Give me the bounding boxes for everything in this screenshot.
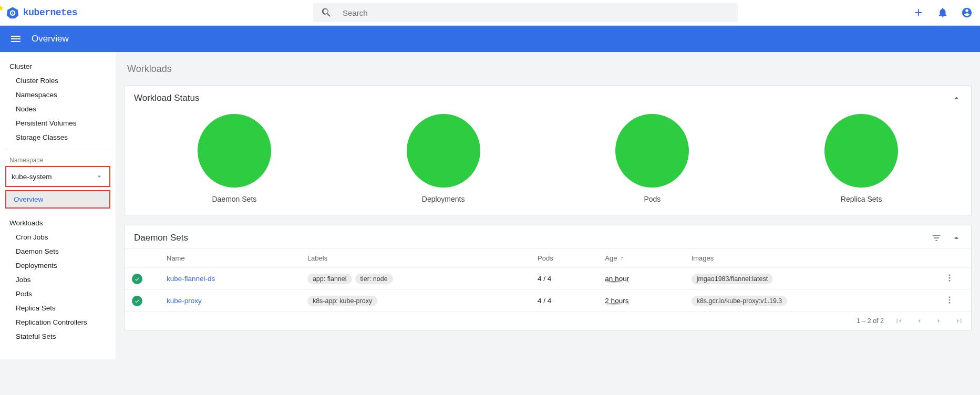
sidebar-item[interactable]: Cluster Roles bbox=[0, 74, 116, 88]
svg-point-7 bbox=[949, 296, 951, 298]
filter-icon[interactable] bbox=[931, 233, 942, 243]
search-icon bbox=[321, 7, 332, 18]
page-header: Overview bbox=[0, 26, 980, 52]
create-icon[interactable] bbox=[913, 7, 924, 18]
age-value: an hour bbox=[605, 275, 629, 283]
sidebar-section-workloads[interactable]: Workloads bbox=[0, 216, 116, 230]
sidebar-item[interactable]: Deployments bbox=[0, 258, 116, 273]
daemon-sets-title: Daemon Sets bbox=[134, 233, 188, 243]
bell-icon[interactable] bbox=[937, 7, 948, 18]
sidebar-item[interactable]: Cron Jobs bbox=[0, 230, 116, 244]
namespace-label: Namespace bbox=[0, 155, 116, 166]
daemon-sets-table: Name Labels Pods Age↑ Images kube-flanne… bbox=[125, 248, 971, 311]
sidebar-item[interactable]: Stateful Sets bbox=[0, 329, 116, 344]
namespace-select[interactable]: kube-system bbox=[5, 166, 110, 187]
star-icon: ★ bbox=[0, 3, 4, 13]
status-chart: Replica Sets bbox=[757, 114, 966, 203]
sidebar-item[interactable]: Replication Controllers bbox=[0, 315, 116, 329]
sidebar-item[interactable]: Replica Sets bbox=[0, 301, 116, 315]
sidebar-item[interactable]: Namespaces bbox=[0, 88, 116, 102]
more-icon[interactable] bbox=[945, 273, 954, 283]
svg-point-8 bbox=[949, 299, 951, 301]
daemon-sets-card: Daemon Sets Name Labels Pods Age↑ Images bbox=[124, 225, 972, 330]
svg-point-5 bbox=[949, 277, 951, 279]
status-label: Replica Sets bbox=[841, 195, 882, 203]
status-chart: Daemon Sets bbox=[130, 114, 339, 203]
section-title: Workloads bbox=[127, 64, 972, 75]
donut-icon bbox=[198, 114, 271, 188]
sidebar: Cluster Cluster RolesNamespacesNodesPers… bbox=[0, 52, 116, 359]
svg-point-3 bbox=[12, 13, 13, 14]
page-next-icon[interactable] bbox=[934, 316, 944, 326]
collapse-icon[interactable] bbox=[951, 233, 962, 243]
table-row: kube-proxyk8s-app: kube-proxy4 / 42 hour… bbox=[125, 290, 971, 312]
pods-value: 4 / 4 bbox=[530, 268, 597, 290]
resource-link[interactable]: kube-flannel-ds bbox=[167, 275, 215, 283]
sidebar-item[interactable]: Persistent Volumes bbox=[0, 116, 116, 130]
main: Workloads Workload Status Daemon SetsDep… bbox=[116, 52, 980, 352]
status-label: Daemon Sets bbox=[212, 195, 256, 203]
resource-link[interactable]: kube-proxy bbox=[167, 297, 202, 305]
page-first-icon[interactable] bbox=[894, 316, 904, 326]
page-last-icon[interactable] bbox=[954, 316, 964, 326]
label-chip: k8s-app: kube-proxy bbox=[307, 296, 377, 306]
page-title: Overview bbox=[32, 34, 69, 44]
sidebar-item[interactable]: Daemon Sets bbox=[0, 244, 116, 258]
workload-status-title: Workload Status bbox=[134, 93, 199, 103]
status-chart: Deployments bbox=[339, 114, 548, 203]
topbar: ★ kubernetes bbox=[0, 0, 980, 26]
sort-up-icon: ↑ bbox=[621, 254, 624, 262]
col-labels[interactable]: Labels bbox=[300, 249, 530, 268]
status-label: Deployments bbox=[422, 195, 465, 203]
col-pods[interactable]: Pods bbox=[530, 249, 597, 268]
sidebar-item[interactable]: Pods bbox=[0, 287, 116, 301]
image-chip: jmgao1983/flannel:latest bbox=[692, 274, 773, 284]
svg-point-9 bbox=[949, 302, 951, 304]
donut-icon bbox=[615, 114, 689, 188]
menu-icon[interactable] bbox=[9, 33, 22, 45]
logo[interactable]: kubernetes bbox=[6, 6, 77, 19]
logo-text: kubernetes bbox=[23, 7, 77, 18]
status-chart: Pods bbox=[548, 114, 757, 203]
page-prev-icon[interactable] bbox=[914, 316, 924, 326]
table-row: kube-flannel-dsapp: flanneltier: node4 /… bbox=[125, 268, 971, 290]
donut-icon bbox=[407, 114, 480, 188]
pods-value: 4 / 4 bbox=[530, 290, 597, 312]
chevron-down-icon bbox=[95, 172, 104, 181]
account-icon[interactable] bbox=[961, 7, 973, 18]
kubernetes-icon bbox=[6, 6, 19, 19]
svg-point-4 bbox=[949, 274, 951, 276]
pager-label: 1 – 2 of 2 bbox=[857, 317, 884, 325]
status-ok-icon bbox=[132, 274, 142, 284]
pager: 1 – 2 of 2 bbox=[125, 311, 971, 330]
col-age[interactable]: Age↑ bbox=[597, 249, 684, 268]
col-name[interactable]: Name bbox=[159, 249, 300, 268]
status-label: Pods bbox=[644, 195, 661, 203]
image-chip: k8s.gcr.io/kube-proxy:v1.19.3 bbox=[692, 296, 788, 306]
sidebar-item[interactable]: Nodes bbox=[0, 102, 116, 116]
svg-point-6 bbox=[949, 280, 951, 282]
search-input[interactable] bbox=[342, 8, 730, 18]
workload-status-card: Workload Status Daemon SetsDeploymentsPo… bbox=[124, 85, 972, 215]
sidebar-item[interactable]: Storage Classes bbox=[0, 130, 116, 144]
sidebar-section-cluster[interactable]: Cluster bbox=[0, 59, 116, 74]
col-images[interactable]: Images bbox=[684, 249, 937, 268]
sidebar-item[interactable]: Jobs bbox=[0, 273, 116, 287]
sidebar-item-overview[interactable]: Overview bbox=[5, 190, 110, 209]
more-icon[interactable] bbox=[945, 295, 954, 305]
status-ok-icon bbox=[132, 296, 142, 306]
label-chip: tier: node bbox=[355, 274, 393, 284]
namespace-value: kube-system bbox=[12, 173, 52, 181]
collapse-icon[interactable] bbox=[951, 93, 962, 103]
search-box[interactable] bbox=[313, 3, 738, 22]
donut-icon bbox=[824, 114, 898, 188]
age-value: 2 hours bbox=[605, 297, 628, 305]
label-chip: app: flannel bbox=[307, 274, 352, 284]
